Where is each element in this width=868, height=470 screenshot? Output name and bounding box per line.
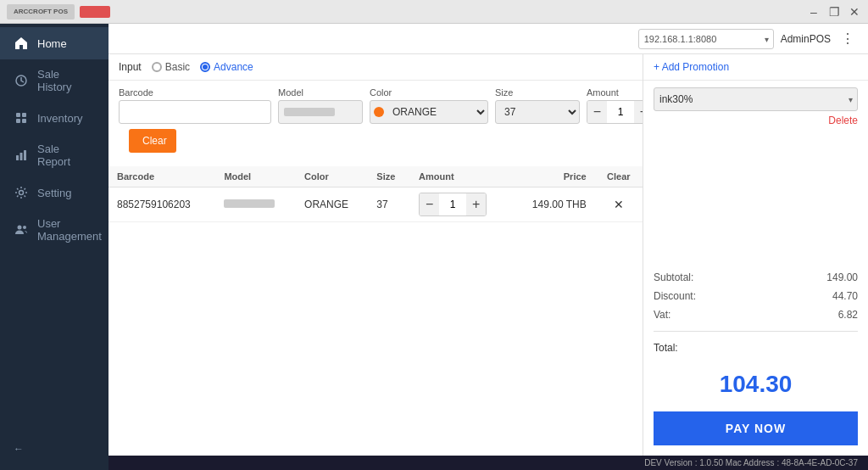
summary-divider: [654, 331, 858, 332]
pay-now-button[interactable]: PAY NOW: [654, 411, 858, 445]
col-size: Size: [368, 166, 410, 187]
total-row: Total:: [654, 339, 858, 357]
subtotal-row: Subtotal: 149.00: [654, 268, 858, 287]
discount-row: Discount: 44.70: [654, 287, 858, 305]
items-table: Barcode Model Color Size Amount Price Cl…: [108, 166, 643, 222]
model-value-placeholder: [224, 199, 275, 208]
sidebar-item-home[interactable]: Home: [0, 27, 108, 59]
col-color: Color: [296, 166, 368, 187]
app-logo: ARCCROFT POS: [7, 4, 75, 20]
subtotal-label: Subtotal:: [654, 271, 693, 283]
amount-stepper: − +: [587, 100, 643, 124]
promo-input-wrap: ink30% ▾: [654, 87, 858, 111]
model-group: Model: [278, 87, 363, 124]
cell-color: ORANGE: [296, 187, 368, 222]
minimize-button[interactable]: –: [807, 5, 821, 19]
table-row: 8852759106203 ORANGE 37 −: [108, 187, 643, 222]
subtotal-value: 149.00: [826, 271, 858, 283]
sidebar-bottom: ←: [0, 428, 108, 470]
sidebar-item-user-management[interactable]: User Management: [0, 209, 108, 251]
barcode-group: Barcode: [119, 87, 271, 124]
footer: DEV Version : 1.0.50 Mac Address : 48-8A…: [108, 456, 868, 470]
cell-clear[interactable]: ✕: [595, 187, 643, 222]
svg-point-9: [18, 226, 22, 230]
cell-size: 37: [368, 187, 410, 222]
close-button[interactable]: ✕: [848, 5, 861, 19]
topbar: 192.168.1.1:8080 AdminPOS ⋮: [108, 24, 868, 54]
pos-table: Barcode Model Color Size Amount Price Cl…: [108, 166, 643, 456]
color-group: Color ORANGE: [370, 87, 488, 124]
promo-body: ink30% ▾ Delete: [643, 81, 868, 133]
titlebar-left: ARCCROFT POS: [7, 4, 110, 20]
more-options-button[interactable]: ⋮: [837, 31, 858, 47]
svg-rect-1: [16, 113, 20, 117]
amount-input[interactable]: [607, 106, 634, 118]
sidebar-item-sale-report[interactable]: Sale Report: [0, 134, 108, 176]
svg-rect-4: [22, 119, 26, 123]
titlebar: ARCCROFT POS – ❐ ✕: [0, 0, 868, 24]
promo-delete-button[interactable]: Delete: [654, 115, 858, 126]
dev-info: DEV Version : 1.0.50 Mac Address : 48-8A…: [644, 458, 858, 467]
amount-increase-button[interactable]: +: [634, 101, 643, 123]
cell-barcode: 8852759106203: [108, 187, 215, 222]
table-body: 8852759106203 ORANGE 37 −: [108, 187, 643, 222]
color-select[interactable]: ORANGE: [370, 100, 488, 124]
total-amount: 104.30: [654, 357, 858, 411]
discount-value: 44.70: [832, 290, 858, 302]
add-promotion-button[interactable]: + Add Promotion: [654, 61, 729, 73]
discount-label: Discount:: [654, 290, 696, 302]
content-split: Input Basic Advance Barcode: [108, 54, 868, 456]
home-icon: [14, 36, 29, 51]
table-header: Barcode Model Color Size Amount Price Cl…: [108, 166, 643, 187]
tab-basic[interactable]: Basic: [152, 61, 190, 73]
row-increase-button[interactable]: +: [466, 193, 486, 215]
cell-amount: − +: [410, 187, 510, 222]
row-decrease-button[interactable]: −: [420, 193, 439, 215]
content-area: 192.168.1.1:8080 AdminPOS ⋮ Input Basic: [108, 24, 868, 470]
barcode-label: Barcode: [119, 87, 271, 98]
row-amount-input[interactable]: [439, 199, 466, 210]
col-clear: Clear: [595, 166, 643, 187]
size-select[interactable]: 37: [495, 100, 580, 124]
amount-decrease-button[interactable]: −: [587, 101, 607, 123]
cell-price: 149.00 THB: [510, 187, 594, 222]
sidebar-nav: Home Sale History Inventory Sale Report: [0, 24, 108, 428]
promo-select[interactable]: ink30%: [654, 87, 858, 111]
svg-rect-5: [16, 155, 19, 160]
cell-model: [215, 187, 296, 222]
admin-label: AdminPOS: [781, 33, 831, 45]
pos-tabs: Input Basic Advance: [108, 54, 643, 81]
summary-area: Subtotal: 149.00 Discount: 44.70 Vat: 6.…: [643, 133, 868, 456]
restore-button[interactable]: ❐: [827, 5, 841, 19]
tab-advance[interactable]: Advance: [200, 61, 253, 73]
total-label: Total:: [654, 342, 678, 354]
inventory-icon: [14, 110, 29, 126]
gear-icon: [14, 185, 29, 200]
sidebar-item-setting[interactable]: Setting: [0, 176, 108, 209]
sidebar: Home Sale History Inventory Sale Report: [0, 24, 108, 470]
size-label: Size: [495, 87, 580, 98]
col-price: Price: [510, 166, 594, 187]
svg-rect-7: [24, 150, 26, 160]
basic-radio[interactable]: [152, 62, 162, 72]
amount-label: Amount: [587, 87, 643, 98]
pos-form: Barcode Model Color: [108, 81, 643, 166]
sidebar-item-inventory[interactable]: Inventory: [0, 102, 108, 134]
advance-radio[interactable]: [200, 62, 210, 72]
model-placeholder: [284, 108, 335, 116]
input-label: Input: [119, 61, 142, 73]
svg-rect-3: [16, 119, 20, 123]
back-button[interactable]: ←: [14, 436, 95, 462]
clear-button[interactable]: Clear: [129, 129, 176, 153]
titlebar-controls: – ❐ ✕: [807, 5, 861, 19]
right-panel: + Add Promotion ink30% ▾ Delete Subtotal…: [643, 54, 868, 456]
server-dropdown[interactable]: 192.168.1.1:8080: [638, 29, 774, 49]
col-model: Model: [215, 166, 296, 187]
svg-point-8: [19, 191, 24, 195]
server-dropdown-wrap: 192.168.1.1:8080: [638, 29, 774, 49]
users-icon: [14, 222, 29, 238]
report-icon: [14, 148, 29, 163]
barcode-input[interactable]: [119, 100, 271, 124]
color-label: Color: [370, 87, 488, 98]
sidebar-item-sale-history[interactable]: Sale History: [0, 59, 108, 102]
